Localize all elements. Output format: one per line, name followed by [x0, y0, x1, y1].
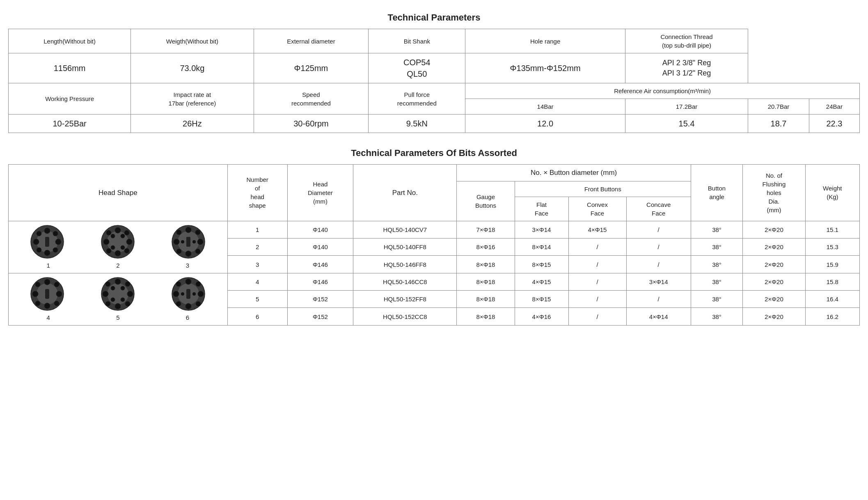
- svg-point-31: [176, 230, 181, 235]
- svg-rect-74: [186, 289, 190, 299]
- row4-gauge: 8×Φ18: [457, 273, 515, 290]
- title-technical-parameters: Technical Parameters: [8, 12, 860, 23]
- col-weight: Weight(Kg): [805, 165, 859, 221]
- row3-flush: 2×Φ20: [743, 256, 805, 273]
- row3-flat: 8×Φ15: [515, 256, 568, 273]
- row3-part: HQL50-146FF8: [353, 256, 457, 273]
- row6-concave: 4×Φ14: [626, 308, 691, 325]
- svg-point-28: [186, 251, 191, 257]
- row2-diam: Φ140: [287, 239, 353, 256]
- val-weight: 73.0kg: [131, 53, 254, 83]
- svg-point-2: [44, 228, 50, 234]
- col-header-207bar: 20.7Bar: [748, 99, 809, 115]
- drill-label-5: 5: [116, 313, 119, 322]
- col-header-air-consumption: Reference Air consumption(m³/min): [465, 83, 860, 99]
- svg-point-41: [44, 279, 50, 285]
- val-connection-thread: API 2 3/8" Reg API 3 1/2" Reg: [625, 53, 748, 83]
- row1-flat: 3×Φ14: [515, 221, 568, 238]
- svg-point-71: [196, 282, 201, 287]
- technical-parameters-table: Length(Without bit) Weigth(Without bit) …: [8, 29, 860, 133]
- col-concave-face: ConcaveFace: [626, 197, 691, 221]
- drill-images-bottom: 4 5 6: [9, 273, 228, 325]
- col-header-impact-rate: Impact rate at 17bar (reference): [131, 83, 254, 115]
- svg-point-45: [35, 282, 40, 287]
- val-bit-shank: COP54 QL50: [369, 53, 465, 83]
- row6-diam: Φ152: [287, 308, 353, 325]
- svg-point-4: [33, 239, 39, 245]
- row1-weight: 15.1: [805, 221, 859, 238]
- svg-point-68: [173, 291, 179, 297]
- svg-point-29: [174, 239, 179, 245]
- svg-point-42: [44, 303, 50, 309]
- svg-point-72: [176, 301, 181, 306]
- row5-flush: 2×Φ20: [743, 291, 805, 308]
- row5-part: HQL50-152FF8: [353, 291, 457, 308]
- svg-point-20: [124, 248, 129, 253]
- svg-point-9: [53, 248, 58, 252]
- row5-concave: /: [626, 291, 691, 308]
- svg-point-60: [111, 286, 115, 290]
- svg-point-33: [176, 249, 181, 254]
- col-header-ext-diameter: External diameter: [254, 29, 369, 53]
- col-header-24bar: 24Bar: [809, 99, 859, 115]
- col-header-14bar: 14Bar: [465, 99, 625, 115]
- row3-angle: 38°: [691, 256, 742, 273]
- svg-point-51: [107, 283, 128, 305]
- row2-part: HQL50-140FF8: [353, 239, 457, 256]
- svg-point-17: [106, 230, 111, 235]
- svg-point-18: [124, 230, 129, 235]
- row5-flat: 8×Φ15: [515, 291, 568, 308]
- row2-angle: 38°: [691, 239, 742, 256]
- drill-bit-3-image: [171, 225, 206, 259]
- col-header-connection-thread: Connection Thread (top sub-drill pipe): [625, 29, 748, 53]
- svg-point-38: [192, 240, 196, 243]
- drill-images-top-container: 1 2 3: [12, 225, 224, 270]
- row1-concave: /: [626, 221, 691, 238]
- col-header-pull-force: Pull force recommended: [369, 83, 465, 115]
- svg-point-34: [195, 249, 200, 254]
- val-24bar: 22.3: [809, 115, 859, 133]
- val-207bar: 18.7: [748, 115, 809, 133]
- row4-weight: 15.8: [805, 273, 859, 290]
- col-num-head-shape: Number of head shape: [227, 165, 287, 221]
- svg-rect-49: [45, 289, 49, 299]
- row5-weight: 16.4: [805, 291, 859, 308]
- col-flushing-holes: No. ofFlushingholesDia.(mm): [743, 165, 805, 221]
- row6-flush: 2×Φ20: [743, 308, 805, 325]
- col-front-buttons: Front Buttons: [515, 181, 691, 197]
- row2-flush: 2×Φ20: [743, 239, 805, 256]
- svg-point-59: [125, 301, 130, 306]
- col-gauge-buttons: GaugeButtons: [457, 181, 515, 221]
- svg-point-8: [37, 248, 41, 252]
- svg-point-3: [44, 250, 50, 256]
- row3-diam: Φ146: [287, 256, 353, 273]
- svg-point-5: [55, 239, 61, 245]
- row6-num: 6: [227, 308, 287, 325]
- svg-point-15: [103, 239, 109, 245]
- col-header-172bar: 17.2Bar: [625, 99, 748, 115]
- row4-flat: 4×Φ15: [515, 273, 568, 290]
- val-working-pressure: 10-25Bar: [9, 115, 131, 133]
- row4-num: 4: [227, 273, 287, 290]
- row5-num: 5: [227, 291, 287, 308]
- row5-gauge: 8×Φ18: [457, 291, 515, 308]
- svg-point-58: [105, 301, 110, 306]
- drill-label-3: 3: [186, 261, 189, 270]
- row2-flat: 8×Φ14: [515, 239, 568, 256]
- svg-point-44: [56, 291, 62, 297]
- svg-point-63: [121, 298, 125, 302]
- row5-angle: 38°: [691, 291, 742, 308]
- svg-point-13: [115, 227, 121, 233]
- col-part-no: Part No.: [353, 165, 457, 221]
- svg-point-23: [111, 245, 115, 250]
- row6-angle: 38°: [691, 308, 742, 325]
- row2-concave: /: [626, 239, 691, 256]
- drill-bit-5-image: [101, 277, 135, 312]
- drill-bit-2-image: [101, 225, 135, 259]
- title-bits-assorted: Technical Parameters Of Bits Assorted: [8, 148, 860, 158]
- row6-convex: /: [568, 308, 626, 325]
- row1-angle: 38°: [691, 221, 742, 238]
- bits-assorted-table: Head Shape Number of head shape HeadDiam…: [8, 164, 860, 326]
- row4-part: HQL50-146CC8: [353, 273, 457, 290]
- row3-gauge: 8×Φ18: [457, 256, 515, 273]
